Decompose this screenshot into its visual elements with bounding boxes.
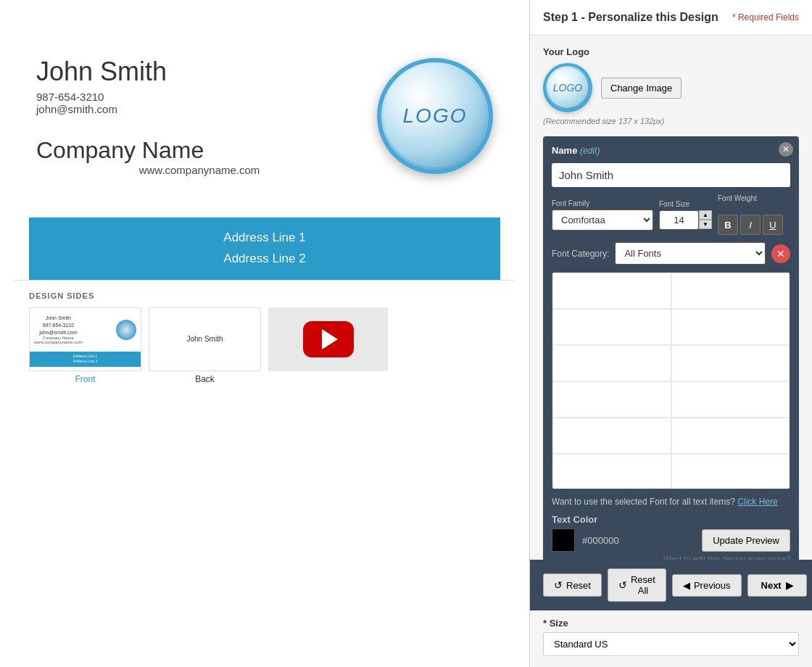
font-family-select[interactable]: Comfortaa — [552, 210, 653, 231]
bottom-bar: ↺ Reset ↺ Reset All ◀ Previous Next ▶ — [530, 560, 812, 610]
thumb-company: Company Namewww.companyname.com — [34, 336, 83, 344]
text-color-label: Text Color — [552, 514, 790, 525]
update-preview-button[interactable]: Update Preview — [702, 529, 790, 552]
name-input[interactable] — [552, 163, 790, 187]
prev-arrow-icon: ◀ — [683, 580, 690, 591]
font-controls: Font Family Comfortaa Font Size ▲ ▼ — [552, 194, 790, 235]
card-logo: LOGO — [377, 58, 493, 174]
font-item-aguafina[interactable]: Aguafina Script — [671, 381, 790, 418]
back-thumb[interactable]: John Smith Back — [149, 307, 261, 384]
right-panel: Step 1 - Personalize this Design * Requi… — [529, 0, 812, 667]
font-item-adamina[interactable]: Adamina — [671, 345, 790, 381]
back-label: Back — [149, 374, 261, 384]
card-preview-front: John Smith 987-654-3210 john@smith.com C… — [14, 14, 515, 218]
change-image-button[interactable]: Change Image — [601, 78, 682, 99]
font-size-down[interactable]: ▼ — [699, 220, 712, 229]
reset-all-button[interactable]: ↺ Reset All — [608, 568, 666, 602]
reset-label: Reset — [566, 580, 591, 591]
size-section: * Size Standard US — [530, 610, 812, 667]
font-item-abril[interactable]: Abril Fatface — [671, 273, 790, 309]
font-item-alegreya-sc[interactable]: Alegreya SC — [671, 454, 790, 489]
bold-button[interactable]: B — [718, 215, 738, 235]
play-triangle — [322, 329, 338, 349]
video-placeholder[interactable] — [268, 307, 388, 371]
logo-text: LOGO — [403, 104, 468, 128]
next-label: Next — [761, 580, 782, 591]
next-button[interactable]: Next ▶ — [747, 574, 807, 597]
thumb-front-card: John Smith987-654-3210john@smith.com Com… — [29, 307, 141, 371]
sides-container: John Smith987-654-3210john@smith.com Com… — [29, 307, 500, 384]
color-swatch[interactable] — [552, 529, 575, 552]
previous-button[interactable]: ◀ Previous — [672, 574, 742, 597]
step-title: Step 1 - Personalize this Design — [543, 11, 718, 24]
reset-button[interactable]: ↺ Reset — [543, 573, 602, 597]
size-select[interactable]: Standard US — [543, 632, 799, 656]
font-list[interactable]: Abel Abril Fatface Aclonica Acme Actor A… — [552, 272, 790, 489]
font-category-row: Font Category: All Fonts ✕ — [552, 242, 790, 265]
card-website: www.companyname.com — [36, 164, 362, 176]
font-item-acme[interactable]: Acme — [671, 309, 790, 345]
logo-preview: LOGO — [543, 63, 592, 112]
font-item-aldrich[interactable]: Aldrich — [671, 418, 790, 454]
font-size-up[interactable]: ▲ — [699, 210, 712, 220]
thumb-address: Address Line 1Address Line 2 — [30, 352, 141, 367]
thumb-back-card: John Smith — [149, 307, 261, 371]
card-phone: 987-654-3210 — [36, 91, 362, 103]
address-line2: Address Line 2 — [44, 249, 486, 270]
card-info: John Smith 987-654-3210 john@smith.com C… — [36, 57, 362, 176]
size-label: * Size — [543, 618, 799, 629]
next-arrow-icon: ▶ — [786, 580, 793, 591]
front-thumb[interactable]: John Smith987-654-3210john@smith.com Com… — [29, 307, 141, 384]
font-category-label: Font Category: — [552, 249, 609, 259]
step-header: Step 1 - Personalize this Design * Requi… — [530, 0, 812, 36]
previous-label: Previous — [694, 580, 731, 591]
font-item-abel[interactable]: Abel — [552, 273, 671, 309]
font-item-actor[interactable]: Actor — [552, 345, 671, 381]
underline-button[interactable]: U — [763, 215, 783, 235]
clear-category-button[interactable]: ✕ — [771, 244, 790, 263]
name-edit-link[interactable]: (edit) — [580, 146, 600, 156]
youtube-play-button[interactable] — [303, 321, 354, 357]
font-weight-buttons: B I U — [718, 215, 783, 235]
font-family-group: Font Family Comfortaa — [552, 199, 653, 231]
logo-section-label: Your Logo — [543, 46, 799, 57]
address-banner: Address Line 1 Address Line 2 — [29, 218, 500, 280]
card-email: john@smith.com — [36, 103, 362, 115]
logo-recommend: (Recommended size 137 x 132px) — [543, 117, 799, 125]
font-use-text: Want to use the selected Font for all te… — [552, 497, 735, 507]
front-label: Front — [29, 374, 141, 384]
name-edit-section: Name (edit) ✕ Font Family Comfortaa Font… — [543, 136, 799, 560]
font-item-aladin[interactable]: Aladin — [552, 418, 671, 454]
logo-upload-row: LOGO Change Image — [543, 63, 799, 112]
font-weight-group: Font Weight B I U — [718, 194, 783, 235]
logo-preview-text: LOGO — [553, 82, 582, 94]
logo-section: Your Logo LOGO Change Image (Recommended… — [543, 46, 799, 125]
reset-icon: ↺ — [554, 579, 563, 591]
text-color-section: Text Color #000000 Update Preview Want t… — [552, 514, 790, 560]
font-size-input[interactable] — [659, 210, 699, 230]
thumb-logo — [116, 320, 136, 340]
font-weight-label: Font Weight — [718, 194, 783, 202]
card-company: Company Name — [36, 137, 362, 164]
font-use-row: Want to use the selected Font for all te… — [552, 497, 790, 507]
font-use-link[interactable]: Click Here — [737, 497, 777, 507]
font-item-alegreya[interactable]: Alegreya — [552, 454, 671, 489]
italic-button[interactable]: I — [740, 215, 761, 235]
font-item-aclonica[interactable]: Aclonica — [552, 309, 671, 345]
color-hex: #000000 — [582, 535, 619, 546]
design-sides-label: DESIGN SIDES — [29, 291, 500, 300]
name-edit-header: Name (edit) — [552, 145, 790, 156]
font-grid: Abel Abril Fatface Aclonica Acme Actor A… — [552, 273, 790, 489]
text-color-row: #000000 Update Preview — [552, 529, 790, 552]
thumb-name: John Smith987-654-3210john@smith.com — [34, 315, 83, 336]
font-category-select[interactable]: All Fonts — [615, 242, 766, 265]
thumb-back-name: John Smith — [186, 335, 223, 343]
address-line1: Address Line 1 — [44, 228, 486, 249]
font-item-advent[interactable]: Advent Pro — [552, 381, 671, 418]
edit-more-text: Want to edit this design even more? — [552, 555, 790, 560]
panel-content: Your Logo LOGO Change Image (Recommended… — [530, 36, 812, 560]
font-size-group: Font Size ▲ ▼ — [659, 200, 712, 230]
reset-all-icon: ↺ — [618, 579, 627, 591]
font-size-label: Font Size — [659, 200, 712, 208]
close-popup-button[interactable]: ✕ — [779, 142, 793, 157]
